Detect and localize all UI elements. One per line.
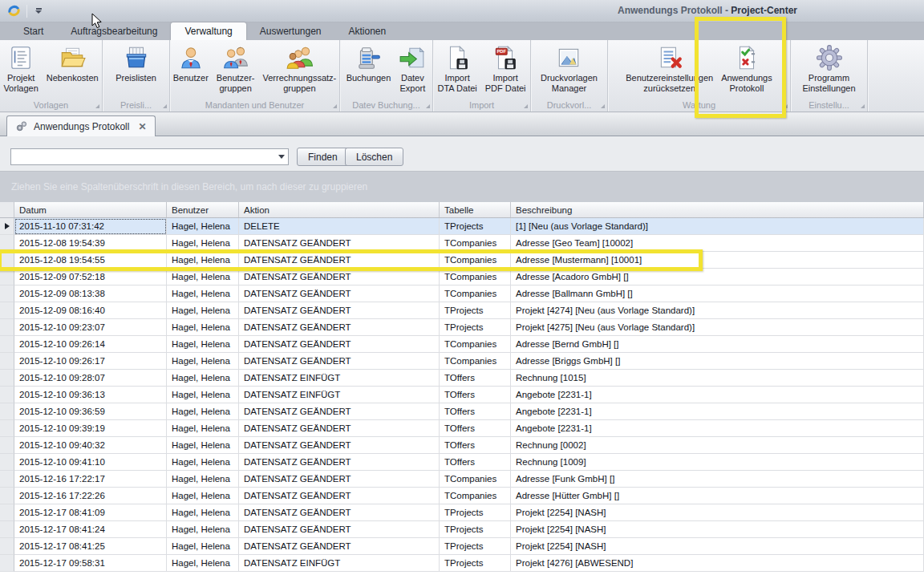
dialog-launcher-icon[interactable] <box>861 104 865 108</box>
programm-einstellungen-button[interactable]: ProgrammEinstellungen <box>798 43 859 95</box>
toolbar-separator <box>26 5 27 18</box>
column-header-datum[interactable]: Datum <box>14 202 167 217</box>
table-row[interactable]: 2015-12-10 09:36:13Hagel, HelenaDATENSAT… <box>0 387 924 403</box>
cell-tabelle: TProjects <box>440 555 511 572</box>
cell-datum: 2015-12-10 09:26:14 <box>14 336 167 353</box>
close-icon[interactable]: ✕ <box>138 121 146 132</box>
table-row[interactable]: 2015-12-10 09:36:59Hagel, HelenaDATENSAT… <box>0 403 924 420</box>
cell-tabelle: TCompanies <box>440 488 511 504</box>
cell-aktion: DATENSATZ GEÄNDERT <box>239 252 440 269</box>
table-row[interactable]: 2015-12-10 09:26:14Hagel, HelenaDATENSAT… <box>0 336 924 353</box>
cell-aktion: DATENSATZ GEÄNDERT <box>239 403 440 420</box>
table-row[interactable]: 2015-12-09 08:16:40Hagel, HelenaDATENSAT… <box>0 302 924 319</box>
find-button[interactable]: Finden <box>297 148 349 166</box>
benutzer-button[interactable]: Benutzer <box>169 43 213 85</box>
ribbon-group-caption: Datev Buchung... <box>340 98 432 111</box>
table-row[interactable]: 2015-12-10 09:41:10Hagel, HelenaDATENSAT… <box>0 454 924 471</box>
table-row[interactable]: 2015-12-17 08:41:25Hagel, HelenaDATENSAT… <box>0 538 924 555</box>
table-row[interactable]: 2015-12-10 09:28:07Hagel, HelenaDATENSAT… <box>0 370 924 387</box>
cell-aktion: DATENSATZ GEÄNDERT <box>239 269 440 285</box>
cell-benutzer: Hagel, Helena <box>167 471 239 488</box>
benutzer-icon <box>177 44 205 71</box>
import-pdf-button[interactable]: PDFImportPDF Datei <box>481 43 530 95</box>
verrechnungssatzgruppen-button[interactable]: Verrechnungssatz-gruppen <box>259 43 341 95</box>
table-row[interactable]: 2015-12-10 09:40:32Hagel, HelenaDATENSAT… <box>0 437 924 454</box>
table-row[interactable]: 2015-11-10 07:31:42Hagel, HelenaDELETETP… <box>0 218 924 235</box>
benutzergruppen-icon <box>222 44 249 71</box>
table-row[interactable]: 2015-12-16 17:22:26Hagel, HelenaDATENSAT… <box>0 488 924 504</box>
cell-aktion: DATENSATZ GEÄNDERT <box>239 437 440 454</box>
ribbon-group-2: BenutzerBenutzer-gruppenVerrechnungssatz… <box>170 40 340 111</box>
cell-tabelle: TCompanies <box>440 269 511 285</box>
column-header-aktion[interactable]: Aktion <box>239 202 440 217</box>
cell-datum: 2015-12-17 09:58:31 <box>14 555 167 572</box>
find-toolbar: Finden Löschen <box>0 136 924 171</box>
buchungen-icon <box>355 44 382 71</box>
table-row[interactable]: 2015-12-09 08:13:38Hagel, HelenaDATENSAT… <box>0 285 924 302</box>
table-row[interactable]: 2015-12-10 09:39:19Hagel, HelenaDATENSAT… <box>0 420 924 437</box>
ribbon-tab-aktionen[interactable]: Aktionen <box>335 22 400 40</box>
dialog-launcher-icon[interactable] <box>163 104 167 108</box>
cell-tabelle: TOffers <box>440 370 511 387</box>
cell-benutzer: Hagel, Helena <box>167 420 239 437</box>
nebenkosten-button[interactable]: Nebenkosten <box>43 43 103 85</box>
group-by-panel[interactable]: Ziehen Sie eine Spaltenüberschrift in di… <box>0 171 924 202</box>
table-row[interactable]: 2015-12-17 08:41:09Hagel, HelenaDATENSAT… <box>0 504 924 521</box>
title-bar: Anwendungs Protokoll - Project-Center <box>0 0 924 22</box>
cell-datum: 2015-12-08 19:54:55 <box>14 252 167 269</box>
row-indicator-cell <box>0 454 14 471</box>
ribbon-button-label: Preislisten <box>116 73 156 83</box>
column-header-beschreibung[interactable]: Beschreibung <box>511 202 924 217</box>
ribbon-button-label: AnwendungsProtokoll <box>721 73 772 94</box>
search-combobox[interactable] <box>10 148 289 165</box>
cell-beschreibung: Adresse [Mustermann] [10001] <box>511 252 924 269</box>
druckvorlagen-manager-button[interactable]: DruckvorlagenManager <box>537 43 602 95</box>
clear-button[interactable]: Löschen <box>345 148 403 166</box>
projekt-vorlagen-button[interactable]: ProjektVorlagen <box>0 43 43 95</box>
ribbon-tab-auswertungen[interactable]: Auswertungen <box>246 22 335 40</box>
window-title-app: Project-Center <box>731 5 797 16</box>
benutzereinstellungen-zuruecksetzen-button[interactable]: Benutzereinstellungenzurücksetzen <box>622 43 717 95</box>
dialog-launcher-icon[interactable] <box>601 104 605 108</box>
column-header-tabelle[interactable]: Tabelle <box>440 202 511 217</box>
ribbon-group-3: BuchungenDatevExportDatev Buchung... <box>340 40 433 111</box>
ribbon: ProjektVorlagenNebenkostenVorlagenPreisl… <box>0 40 924 112</box>
import-dta-button[interactable]: ImportDTA Datei <box>433 43 480 95</box>
ribbon-button-label: Benutzer <box>173 73 209 83</box>
ribbon-tab-verwaltung[interactable]: Verwaltung <box>171 22 245 40</box>
quick-access-dropdown-icon[interactable] <box>35 8 42 14</box>
group-by-hint: Ziehen Sie eine Spaltenüberschrift in di… <box>11 181 367 192</box>
preislisten-button[interactable]: Preislisten <box>111 43 160 85</box>
table-row[interactable]: 2015-12-10 09:26:17Hagel, HelenaDATENSAT… <box>0 353 924 370</box>
dialog-launcher-icon[interactable] <box>333 104 337 108</box>
buchungen-button[interactable]: Buchungen <box>342 43 395 85</box>
dialog-launcher-icon[interactable] <box>524 104 528 108</box>
dialog-launcher-icon[interactable] <box>784 104 788 108</box>
row-indicator-cell <box>0 319 14 336</box>
anwendungs-protokoll-button[interactable]: AnwendungsProtokoll <box>717 43 776 95</box>
table-row[interactable]: 2015-12-09 07:52:18Hagel, HelenaDATENSAT… <box>0 269 924 285</box>
column-header-benutzer[interactable]: Benutzer <box>167 202 239 217</box>
ribbon-tab-auftragsbearbeitung[interactable]: Auftragsbearbeitung <box>57 22 171 40</box>
table-row[interactable]: 2015-12-17 08:41:24Hagel, HelenaDATENSAT… <box>0 521 924 538</box>
table-row[interactable]: 2015-12-16 17:22:17Hagel, HelenaDATENSAT… <box>0 471 924 488</box>
cell-beschreibung: Adresse [Bernd GmbH] [] <box>511 336 924 353</box>
benutzergruppen-button[interactable]: Benutzer-gruppen <box>213 43 259 95</box>
dialog-launcher-icon[interactable] <box>95 104 99 108</box>
ribbon-group-4: ImportDTA DateiPDFImportPDF DateiImport <box>433 40 531 111</box>
document-tab-anwendungs-protokoll[interactable]: Anwendungs Protokoll ✕ <box>6 115 156 136</box>
dialog-launcher-icon[interactable] <box>426 104 430 108</box>
search-input[interactable] <box>11 152 275 163</box>
cell-aktion: DELETE <box>239 218 440 235</box>
row-indicator-cell <box>0 252 14 269</box>
datev-export-button[interactable]: DatevExport <box>395 43 430 95</box>
application-window: Anwendungs Protokoll - Project-Center St… <box>0 0 924 575</box>
document-tab-label: Anwendungs Protokoll <box>34 121 129 132</box>
table-row[interactable]: 2015-12-08 19:54:39Hagel, HelenaDATENSAT… <box>0 235 924 252</box>
table-row[interactable]: 2015-12-17 09:58:31Hagel, HelenaDATENSAT… <box>0 555 924 572</box>
cell-benutzer: Hagel, Helena <box>167 437 239 454</box>
table-row[interactable]: 2015-12-10 09:23:07Hagel, HelenaDATENSAT… <box>0 319 924 336</box>
combobox-dropdown-icon[interactable] <box>275 149 288 164</box>
table-row[interactable]: 2015-12-08 19:54:55Hagel, HelenaDATENSAT… <box>0 252 924 269</box>
ribbon-tab-start[interactable]: Start <box>10 22 57 40</box>
